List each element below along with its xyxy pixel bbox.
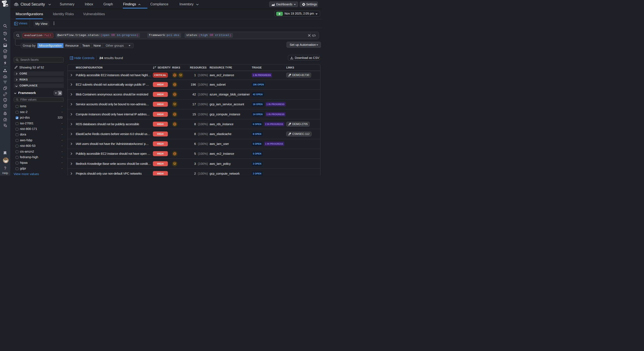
svg-text:$: $ bbox=[4, 76, 6, 78]
